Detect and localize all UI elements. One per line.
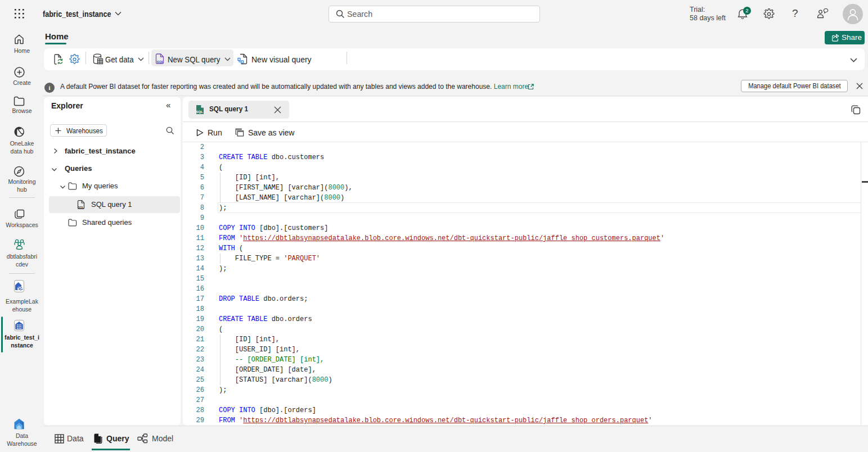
svg-text:SQL: SQL (78, 206, 84, 209)
svg-text:SQL: SQL (196, 110, 204, 114)
svg-text:SQL: SQL (157, 60, 164, 64)
